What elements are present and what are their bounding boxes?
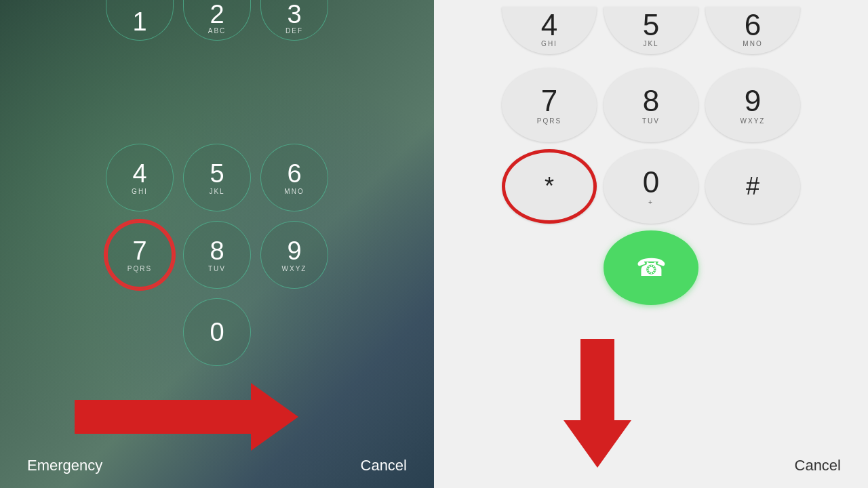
- arrow-body: [75, 400, 251, 434]
- key-7-right[interactable]: 7 PQRS: [502, 68, 597, 142]
- right-dialer-panel: 4 GHI 5 JKL 6 MNO 7 PQRS 8 TUV 9 WXYZ *: [434, 0, 868, 488]
- right-bottom-bar: Cancel: [795, 457, 841, 474]
- key-7-left[interactable]: 7 PQRS: [106, 221, 174, 289]
- red-right-arrow: [75, 400, 251, 434]
- key-empty-left-1: [106, 298, 174, 366]
- key-9-left[interactable]: 9 WXYZ: [260, 221, 328, 289]
- key-hash-right[interactable]: #: [705, 149, 800, 224]
- cancel-label-left[interactable]: Cancel: [361, 457, 407, 474]
- phone-icon: ☎: [636, 253, 667, 282]
- key-partial-6-right[interactable]: 6 MNO: [705, 7, 800, 54]
- key-letters: ABC: [208, 27, 226, 35]
- key-number: 3: [287, 1, 301, 27]
- call-button[interactable]: ☎: [604, 230, 698, 305]
- arrow-head: [251, 383, 298, 451]
- down-arrow-body: [580, 339, 614, 420]
- partial-keys-top-right: 4 GHI 5 JKL 6 MNO: [434, 7, 868, 54]
- key-empty-left-2: [260, 298, 328, 366]
- key-number: 2: [210, 1, 224, 27]
- key-4-left[interactable]: 4 GHI: [106, 144, 174, 211]
- cancel-label-right[interactable]: Cancel: [795, 457, 841, 474]
- key-8-right[interactable]: 8 TUV: [604, 68, 698, 142]
- emergency-label[interactable]: Emergency: [27, 457, 102, 474]
- key-9-right[interactable]: 9 WXYZ: [705, 68, 800, 142]
- key-partial-2-left[interactable]: 2 ABC: [183, 0, 251, 41]
- keypad-right: 7 PQRS 8 TUV 9 WXYZ * 0 + # ☎: [502, 68, 800, 386]
- red-down-arrow: [564, 339, 631, 468]
- key-8-left[interactable]: 8 TUV: [183, 221, 251, 289]
- key-7-wrapper-left: 7 PQRS: [106, 221, 174, 289]
- key-star-right[interactable]: *: [502, 149, 597, 224]
- key-0-right[interactable]: 0 +: [604, 149, 698, 224]
- key-number: 1: [132, 9, 146, 35]
- key-partial-1-left[interactable]: 1: [106, 0, 174, 41]
- left-bottom-bar: Emergency Cancel: [0, 457, 434, 474]
- key-6-left[interactable]: 6 MNO: [260, 144, 328, 211]
- down-arrow-head: [564, 420, 631, 468]
- key-letters: DEF: [285, 27, 303, 35]
- partial-keys-top-left: 1 2 ABC 3 DEF: [0, 0, 434, 41]
- key-0-left[interactable]: 0: [183, 298, 251, 366]
- key-5-left[interactable]: 5 JKL: [183, 144, 251, 211]
- key-empty-right-1: [502, 230, 597, 305]
- key-partial-5-right[interactable]: 5 JKL: [604, 7, 698, 54]
- key-partial-4-right[interactable]: 4 GHI: [502, 7, 597, 54]
- key-empty-right-2: [705, 230, 800, 305]
- left-lockscreen-panel: 1 2 ABC 3 DEF 4 GHI 5 JKL 6 MNO 7 PQRS: [0, 0, 434, 488]
- key-partial-3-left[interactable]: 3 DEF: [260, 0, 328, 41]
